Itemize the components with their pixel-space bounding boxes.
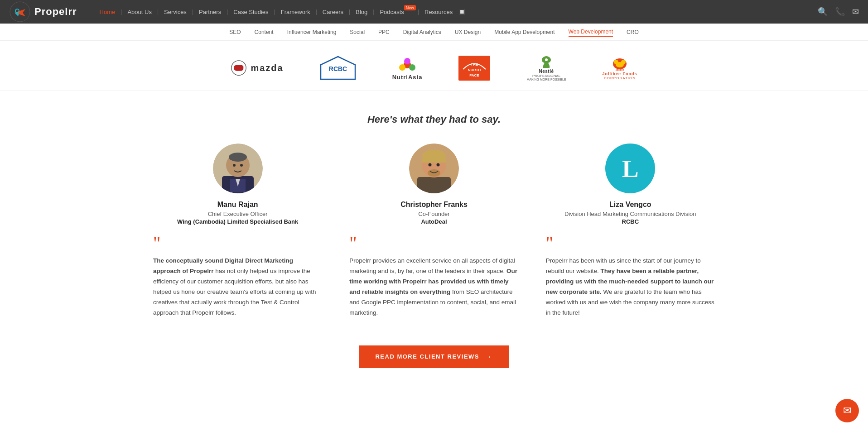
liza-vengco-quote: Propelrr has been with us since the star… (546, 256, 715, 318)
nav-podcasts[interactable]: Podcasts New (375, 9, 416, 15)
christopher-franks-info: Christopher Franks Co-Founder AutoDeal (349, 201, 518, 225)
north-face-icon: THE NORTH FACE (458, 56, 490, 81)
nav-case-studies[interactable]: Case Studies (229, 9, 273, 15)
manu-rajan-role: Chief Executive Officer (153, 211, 322, 217)
nav-framework[interactable]: Framework (276, 9, 315, 15)
testimonial-card-3: L Liza Vengco Division Head Marketing Co… (546, 144, 715, 318)
svg-rect-29 (417, 177, 451, 193)
nutriasia-logo: NutriAsia (392, 54, 423, 81)
quote-mark-3: " (546, 234, 553, 252)
phone-icon[interactable]: 📞 (835, 7, 845, 17)
liza-vengco-avatar: L (605, 144, 655, 193)
rcbc-logo: RCBC (320, 54, 356, 81)
quote-mark-2: " (349, 234, 357, 252)
svg-text:THE: THE (471, 62, 478, 67)
propelrr-logo-icon (9, 1, 31, 23)
svg-text:NORTH: NORTH (468, 68, 481, 72)
nav-partners[interactable]: Partners (194, 9, 226, 15)
svg-text:RCBC: RCBC (328, 65, 347, 72)
svg-point-8 (399, 64, 405, 71)
christopher-franks-company: AutoDeal (349, 218, 518, 225)
subnav-mobile-app[interactable]: Mobile App Development (494, 28, 555, 36)
liza-vengco-info: Liza Vengco Division Head Marketing Comm… (546, 201, 715, 225)
liza-vengco-name: Liza Vengco (546, 201, 715, 209)
christopher-franks-avatar (409, 144, 459, 193)
quote-mark-1: " (153, 234, 160, 252)
testimonial-card-2: Christopher Franks Co-Founder AutoDeal "… (349, 144, 518, 318)
svg-point-34 (436, 163, 439, 167)
svg-text:Jollibee: Jollibee (616, 68, 624, 71)
nutriasia-icon (395, 56, 420, 74)
section-title: Here's what they had to say. (0, 91, 868, 144)
manu-rajan-photo (213, 144, 263, 193)
nav-home[interactable]: Home (95, 9, 120, 15)
nav-careers[interactable]: Careers (318, 9, 348, 15)
podcasts-badge: New (404, 5, 416, 10)
svg-point-9 (409, 64, 415, 71)
nav-services[interactable]: Services (159, 9, 191, 15)
jollibee-icon: Jollibee (608, 56, 631, 72)
subnav-seo[interactable]: SEO (229, 28, 241, 36)
jollibee-logo: Jollibee Jollibee Foods CORPORATION (603, 54, 637, 81)
logo-area[interactable]: Propelrr (9, 1, 77, 23)
svg-point-25 (233, 164, 236, 167)
manu-rajan-company: Wing (Cambodia) Limited Specialised Bank (153, 218, 322, 225)
subnav-social[interactable]: Social (350, 28, 365, 36)
nav-blog[interactable]: Blog (351, 9, 372, 15)
partner-logos-section: mazda RCBC NutriAsia THE NORTH FACE (0, 41, 868, 91)
christopher-franks-quote: Propelrr provides an excellent service o… (349, 256, 518, 318)
subnav-cro[interactable]: CRO (627, 28, 639, 36)
christopher-franks-photo (409, 144, 459, 193)
svg-text:FACE: FACE (470, 73, 480, 77)
nav-icon-group: 🔍 📞 ✉ (818, 7, 859, 17)
rcbc-logo-icon: RCBC (320, 56, 356, 81)
svg-point-19 (616, 62, 624, 67)
testimonial-card-1: Manu Rajan Chief Executive Officer Wing … (153, 144, 322, 318)
subnav-ppc[interactable]: PPC (378, 28, 390, 36)
testimonials-container: Manu Rajan Chief Executive Officer Wing … (117, 144, 751, 318)
christopher-franks-role: Co-Founder (349, 211, 518, 217)
mazda-logo: mazda (231, 54, 283, 81)
svg-point-26 (240, 164, 243, 167)
nav-resources[interactable]: Resources (420, 9, 457, 15)
subnav-content[interactable]: Content (255, 28, 274, 36)
liza-vengco-company: RCBC (546, 218, 715, 225)
nestle-icon (537, 55, 555, 69)
logo-text: Propelrr (34, 6, 77, 18)
subnav-ux-design[interactable]: UX Design (455, 28, 481, 36)
subnav-digital-analytics[interactable]: Digital Analytics (403, 28, 441, 36)
svg-point-33 (428, 163, 431, 167)
svg-point-15 (545, 58, 548, 61)
the-north-face-logo: THE NORTH FACE (458, 54, 490, 81)
search-icon[interactable]: 🔍 (818, 7, 828, 17)
subnav-influencer[interactable]: Influencer Marketing (287, 28, 337, 36)
subnav-web-dev[interactable]: Web Development (569, 28, 613, 37)
svg-point-10 (404, 58, 410, 64)
nav-about[interactable]: About Us (123, 9, 156, 15)
mazda-emblem-icon (231, 60, 247, 76)
manu-rajan-info: Manu Rajan Chief Executive Officer Wing … (153, 201, 322, 225)
liza-vengco-role: Division Head Marketing Communications D… (546, 211, 715, 217)
email-icon[interactable]: ✉ (852, 7, 859, 17)
read-more-container: READ MORE CLIENT REVIEWS → (0, 345, 868, 368)
manu-rajan-quote: The conceptually sound Digital Direct Ma… (153, 256, 322, 318)
manu-rajan-name: Manu Rajan (153, 201, 322, 209)
manu-rajan-avatar (213, 144, 263, 193)
top-navigation: Propelrr Home | About Us | Services | Pa… (0, 0, 868, 24)
read-more-reviews-button[interactable]: READ MORE CLIENT REVIEWS → (359, 345, 509, 368)
nestle-logo: Nestlé PROFESSIONAL MAKING MORE POSSIBLE (526, 54, 566, 81)
sub-navigation: SEO Content Influencer Marketing Social … (0, 24, 868, 41)
main-nav: Home | About Us | Services | Partners | … (95, 9, 818, 15)
svg-point-24 (229, 153, 247, 162)
chat-button[interactable]: ✉ (835, 399, 859, 404)
svg-point-4 (233, 64, 244, 72)
christopher-franks-name: Christopher Franks (349, 201, 518, 209)
